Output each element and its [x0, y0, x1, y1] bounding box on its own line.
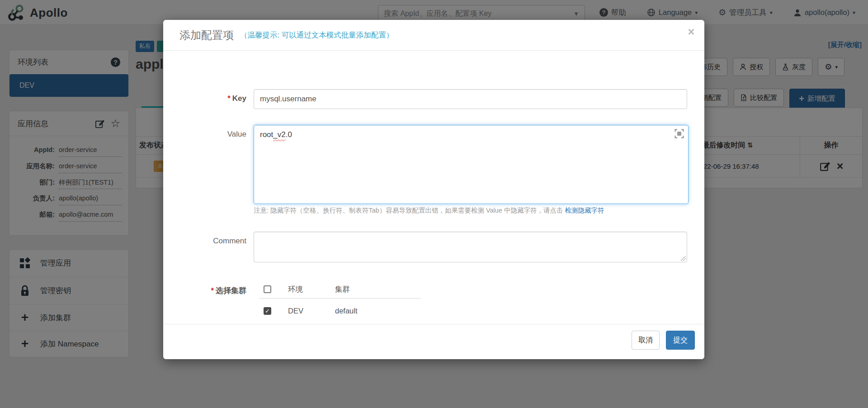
close-icon[interactable]: × [688, 26, 694, 38]
value-label: Value [163, 130, 246, 139]
resize-grip[interactable] [681, 256, 686, 261]
submit-button[interactable]: 提交 [666, 331, 695, 350]
cancel-button[interactable]: 取消 [632, 331, 660, 350]
cluster-row: ✓ DEV default [259, 302, 512, 320]
select-all-checkbox[interactable] [264, 285, 271, 293]
cluster-checkbox-checked[interactable]: ✓ [264, 307, 271, 315]
cluster-table: 环境 集群 ✓ DEV default [259, 280, 512, 320]
value-textarea[interactable]: root_v2.0 [254, 125, 689, 204]
add-config-modal: 添加配置项 （温馨提示: 可以通过文本模式批量添加配置） × *Key Valu… [163, 20, 704, 359]
cluster-header-cluster: 集群 [335, 285, 421, 294]
key-input[interactable] [254, 89, 687, 109]
modal-tip: （温馨提示: 可以通过文本模式批量添加配置） [240, 30, 393, 40]
detect-hidden-chars-link[interactable]: 检测隐藏字符 [565, 207, 604, 214]
choose-cluster-label: *选择集群 [163, 285, 246, 296]
required-asterisk: * [227, 94, 231, 103]
cluster-row-cluster: default [335, 307, 512, 315]
cluster-table-header: 环境 集群 [259, 280, 421, 299]
key-label: *Key [163, 94, 246, 103]
comment-textarea[interactable] [254, 232, 687, 262]
comment-label: Comment [163, 237, 246, 246]
modal-title: 添加配置项 [179, 28, 234, 43]
cluster-row-env: DEV [288, 307, 335, 315]
spellcheck-squiggle: _v2 [273, 130, 285, 139]
cluster-header-env: 环境 [288, 285, 335, 294]
fullscreen-expand-icon[interactable] [675, 129, 684, 138]
required-asterisk: * [211, 286, 214, 295]
hidden-char-note: 注意: 隐藏字符（空格、换行符、制表符Tab）容易导致配置出错，如果需要检测 V… [254, 206, 604, 215]
